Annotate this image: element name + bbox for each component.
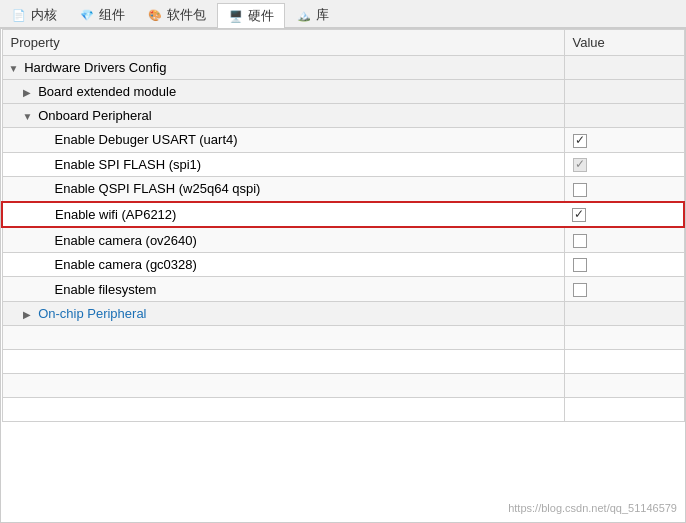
row-hardware-drivers-value — [564, 56, 684, 80]
table-row-empty — [2, 397, 684, 421]
row-board-extended-value — [564, 80, 684, 104]
row-on-chip-label: ▶ On-chip Peripheral — [2, 301, 564, 325]
table-row[interactable]: Enable filesystem — [2, 277, 684, 302]
tab-software[interactable]: 🎨 软件包 — [136, 2, 217, 27]
table-wrapper: Property Value ▼ Hardware Drivers Config… — [1, 29, 685, 522]
checkbox-enable-filesystem[interactable] — [573, 283, 587, 297]
checkbox-enable-debugger[interactable] — [573, 134, 587, 148]
row-enable-camera-gc-label: Enable camera (gc0328) — [2, 252, 564, 277]
row-hardware-drivers-label: ▼ Hardware Drivers Config — [2, 56, 564, 80]
col-value: Value — [564, 30, 684, 56]
row-enable-wifi-value[interactable] — [564, 202, 684, 228]
row-enable-camera-gc-value[interactable] — [564, 252, 684, 277]
tab-component[interactable]: 💎 组件 — [68, 2, 136, 27]
kernel-icon: 📄 — [11, 7, 27, 23]
expand-arrow[interactable]: ▶ — [23, 309, 35, 320]
tab-bar: 📄 内核 💎 组件 🎨 软件包 🖥️ 硬件 🏔️ 库 — [0, 0, 686, 28]
component-icon: 💎 — [79, 7, 95, 23]
table-row-empty — [2, 349, 684, 373]
table-row[interactable]: ▶ Board extended module — [2, 80, 684, 104]
tab-kernel[interactable]: 📄 内核 — [0, 2, 68, 27]
table-row[interactable]: Enable Debuger USART (uart4) — [2, 128, 684, 153]
row-enable-filesystem-label: Enable filesystem — [2, 277, 564, 302]
tab-software-label: 软件包 — [167, 6, 206, 24]
tab-library-label: 库 — [316, 6, 329, 24]
checkbox-enable-spi[interactable] — [573, 158, 587, 172]
expand-arrow[interactable]: ▼ — [9, 63, 21, 74]
row-enable-debugger-label: Enable Debuger USART (uart4) — [2, 128, 564, 153]
row-enable-camera-ov-value[interactable] — [564, 227, 684, 252]
row-enable-camera-ov-label: Enable camera (ov2640) — [2, 227, 564, 252]
table-row[interactable]: Enable SPI FLASH (spi1) — [2, 152, 684, 177]
row-enable-filesystem-value[interactable] — [564, 277, 684, 302]
tab-kernel-label: 内核 — [31, 6, 57, 24]
table-row[interactable]: ▼ Hardware Drivers Config — [2, 56, 684, 80]
row-onboard-peripheral-label: ▼ Onboard Peripheral — [2, 104, 564, 128]
table-row[interactable]: Enable wifi (AP6212) — [2, 202, 684, 228]
expand-arrow[interactable]: ▼ — [23, 111, 35, 122]
row-enable-wifi-label: Enable wifi (AP6212) — [2, 202, 564, 228]
tab-component-label: 组件 — [99, 6, 125, 24]
expand-arrow[interactable]: ▶ — [23, 87, 35, 98]
tab-library[interactable]: 🏔️ 库 — [285, 2, 340, 27]
row-onboard-peripheral-value — [564, 104, 684, 128]
main-content: Property Value ▼ Hardware Drivers Config… — [0, 28, 686, 523]
row-enable-debugger-value[interactable] — [564, 128, 684, 153]
checkbox-enable-camera-gc[interactable] — [573, 258, 587, 272]
table-row-empty — [2, 373, 684, 397]
row-on-chip-value — [564, 301, 684, 325]
row-enable-spi-label: Enable SPI FLASH (spi1) — [2, 152, 564, 177]
checkbox-enable-qspi[interactable] — [573, 183, 587, 197]
hardware-icon: 🖥️ — [228, 8, 244, 24]
table-row-empty — [2, 325, 684, 349]
table-row[interactable]: ▶ On-chip Peripheral — [2, 301, 684, 325]
library-icon: 🏔️ — [296, 7, 312, 23]
row-enable-qspi-label: Enable QSPI FLASH (w25q64 qspi) — [2, 177, 564, 202]
checkbox-enable-camera-ov[interactable] — [573, 234, 587, 248]
table-row[interactable]: ▼ Onboard Peripheral — [2, 104, 684, 128]
watermark: https://blog.csdn.net/qq_51146579 — [508, 502, 677, 514]
table-row[interactable]: Enable camera (ov2640) — [2, 227, 684, 252]
tab-hardware-label: 硬件 — [248, 7, 274, 25]
table-row[interactable]: Enable QSPI FLASH (w25q64 qspi) — [2, 177, 684, 202]
table-row[interactable]: Enable camera (gc0328) — [2, 252, 684, 277]
checkbox-enable-wifi[interactable] — [572, 208, 586, 222]
row-enable-spi-value[interactable] — [564, 152, 684, 177]
row-enable-qspi-value[interactable] — [564, 177, 684, 202]
tab-hardware[interactable]: 🖥️ 硬件 — [217, 3, 285, 28]
row-board-extended-label: ▶ Board extended module — [2, 80, 564, 104]
config-table: Property Value ▼ Hardware Drivers Config… — [1, 29, 685, 422]
software-icon: 🎨 — [147, 7, 163, 23]
col-property: Property — [2, 30, 564, 56]
